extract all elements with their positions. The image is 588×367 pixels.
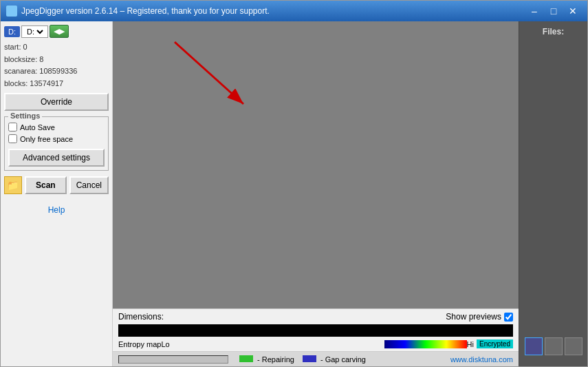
- gap-carving-label: - Gap carving: [320, 355, 366, 364]
- thumbnail-1[interactable]: [525, 337, 543, 355]
- advanced-settings-button[interactable]: Advanced settings: [8, 149, 105, 167]
- auto-save-row: Auto Save: [8, 123, 105, 132]
- files-label: Files:: [543, 27, 564, 36]
- auto-save-label[interactable]: Auto Save: [20, 123, 55, 132]
- drive-selector: D: D: ◀▶: [4, 25, 109, 38]
- scan-canvas: [113, 21, 519, 308]
- repairing-color: [239, 355, 253, 362]
- blocksize-info: blocksize: 8: [4, 54, 109, 66]
- bottom-panel: Dimensions: Show previews Entropy map Lo…: [113, 308, 519, 351]
- disktools-link[interactable]: www.disktuna.com: [450, 355, 513, 364]
- scan-button[interactable]: Scan: [25, 176, 67, 194]
- gap-carving-legend: - Gap carving: [303, 355, 366, 364]
- close-button[interactable]: ✕: [564, 4, 582, 18]
- content-area: D: D: ◀▶ start: 0 blocksize: 8 scanarea:…: [1, 21, 587, 366]
- entropy-bar: [118, 324, 513, 337]
- title-bar: JpegDigger version 2.6.14 – Registered, …: [1, 1, 587, 21]
- drive-select[interactable]: D:: [24, 27, 45, 36]
- scan-info: start: 0 blocksize: 8 scanarea: 10859933…: [4, 41, 109, 90]
- legend-bar: - Repairing - Gap carving www.disktuna.c…: [113, 351, 519, 366]
- only-free-space-row: Only free space: [8, 134, 105, 143]
- title-controls: – □ ✕: [525, 4, 582, 18]
- window-title: JpegDigger version 2.6.14 – Registered, …: [21, 6, 525, 16]
- show-previews-checkbox[interactable]: [504, 313, 513, 322]
- help-row: Help: [4, 205, 109, 215]
- progress-bar: [118, 355, 228, 364]
- hi-label: Hi: [467, 340, 474, 348]
- show-previews-label: Show previews: [446, 312, 501, 322]
- settings-group-label: Settings: [8, 112, 42, 120]
- only-free-space-label[interactable]: Only free space: [20, 135, 73, 143]
- repairing-label: - Repairing: [257, 355, 294, 364]
- repairing-legend: - Repairing: [239, 355, 294, 364]
- action-row: 📁 Scan Cancel: [4, 176, 109, 194]
- drive-label: D:: [4, 26, 20, 37]
- thumb-row: [525, 337, 582, 361]
- encrypted-label: Encrypted: [477, 339, 513, 348]
- maximize-button[interactable]: □: [545, 4, 563, 18]
- cancel-button[interactable]: Cancel: [69, 176, 109, 194]
- start-info: start: 0: [4, 41, 109, 54]
- scanarea-info: scanarea: 108599336: [4, 65, 109, 78]
- drive-dropdown[interactable]: D:: [21, 25, 48, 38]
- legend-items: - Repairing - Gap carving: [239, 355, 366, 364]
- right-panel: Files:: [519, 21, 587, 366]
- gap-carving-color: [303, 355, 316, 362]
- dimensions-row: Dimensions: Show previews: [118, 312, 513, 322]
- override-button[interactable]: Override: [4, 93, 109, 111]
- lo-label: Lo: [161, 340, 169, 348]
- app-icon: [6, 6, 17, 17]
- main-window: JpegDigger version 2.6.14 – Registered, …: [0, 0, 588, 367]
- settings-group: Settings Auto Save Only free space Advan…: [4, 116, 109, 171]
- main-area: Dimensions: Show previews Entropy map Lo…: [113, 21, 519, 366]
- folder-button[interactable]: 📁: [4, 176, 22, 194]
- red-arrow-annotation: [154, 35, 292, 118]
- help-link[interactable]: Help: [48, 205, 65, 215]
- thumbnail-3[interactable]: [565, 337, 582, 355]
- entropy-gradient: [384, 340, 467, 348]
- minimize-button[interactable]: –: [525, 4, 543, 18]
- auto-save-checkbox[interactable]: [8, 123, 17, 132]
- svg-line-1: [175, 42, 243, 104]
- dimensions-label: Dimensions:: [118, 312, 164, 322]
- entropy-map-label: Entropy map: [118, 340, 161, 348]
- show-previews-row: Show previews: [446, 312, 513, 322]
- left-panel: D: D: ◀▶ start: 0 blocksize: 8 scanarea:…: [1, 21, 113, 366]
- blocks-info: blocks: 13574917: [4, 78, 109, 90]
- refresh-button[interactable]: ◀▶: [50, 25, 69, 38]
- entropy-label-row: Entropy map Lo Hi Encrypted: [118, 339, 513, 348]
- only-free-space-checkbox[interactable]: [8, 134, 17, 143]
- thumbnail-2[interactable]: [545, 337, 563, 355]
